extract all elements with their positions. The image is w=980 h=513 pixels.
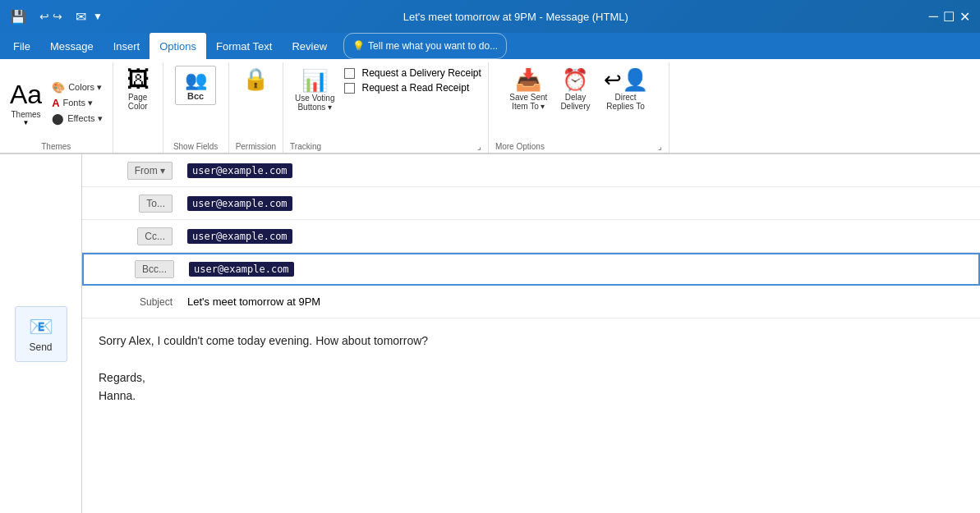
body-line-2 (99, 350, 964, 368)
cc-label-cell: Cc... (82, 227, 181, 245)
send-button[interactable]: 📧 Send (15, 306, 67, 362)
from-row: From ▾ user@example.com (82, 154, 980, 187)
fields-panel: From ▾ user@example.com To... user@examp… (82, 154, 980, 513)
ribbon-group-tracking: 📊 Use VotingButtons ▾ Request a Delivery… (283, 62, 489, 153)
ribbon-group-permission: 🔒 Permission (229, 62, 283, 153)
themes-label: Themes (12, 110, 41, 119)
lightbulb-icon: 💡 (352, 40, 365, 52)
menu-options[interactable]: Options (150, 33, 206, 59)
read-receipt-checkbox[interactable] (344, 83, 355, 94)
from-value[interactable]: user@example.com (187, 163, 292, 178)
from-label: From ▾ (135, 165, 165, 176)
tell-me-input[interactable]: 💡 Tell me what you want to do... (343, 33, 507, 59)
colors-button[interactable]: 🎨 Colors ▾ (48, 80, 105, 95)
fonts-label: Fonts ▾ (63, 98, 94, 108)
ribbon-group-more-options: 📥 Save SentItem To ▾ ⏰ DelayDelivery ↩👤 … (489, 62, 669, 153)
minimize-icon[interactable]: ─ (929, 9, 938, 24)
to-value[interactable]: user@example.com (187, 196, 292, 211)
voting-label: Use VotingButtons ▾ (295, 94, 334, 112)
save-sent-button[interactable]: 📥 Save SentItem To ▾ (504, 66, 552, 112)
tracking-dialog-launcher[interactable]: ⌟ (477, 142, 481, 151)
voting-icon: 📊 (301, 68, 328, 94)
delivery-receipt-label: Request a Delivery Receipt (361, 67, 481, 79)
tracking-group-label: Tracking (290, 140, 321, 153)
title-bar: 💾 ↩ ↪ ✉ ▼ Let's meet tomorrow at 9PM - M… (0, 0, 980, 33)
themes-dropdown-arrow: ▼ (23, 119, 30, 126)
close-icon[interactable]: ✕ (959, 9, 970, 25)
from-button[interactable]: From ▾ (127, 162, 173, 180)
menu-message[interactable]: Message (40, 33, 104, 59)
menu-format-text[interactable]: Format Text (206, 33, 282, 59)
permission-group-label: Permission (236, 140, 276, 153)
page-color-button[interactable]: 🖼 PageColor (120, 66, 156, 113)
save-sent-label: Save SentItem To ▾ (509, 93, 547, 111)
send-receive-icon[interactable]: ✉ (76, 9, 86, 25)
menu-review[interactable]: Review (282, 33, 337, 59)
themes-group-label: Themes (41, 140, 71, 153)
bcc-value[interactable]: user@example.com (189, 262, 294, 277)
bcc-label: Bcc (187, 91, 204, 101)
delivery-receipt-row: Request a Delivery Receipt (344, 67, 481, 79)
bcc-row: Bcc... user@example.com (82, 253, 980, 286)
page-color-icon: 🖼 (127, 68, 150, 91)
bcc-field-label: Bcc... (142, 263, 167, 275)
read-receipt-label: Request a Read Receipt (361, 82, 469, 94)
bcc-label-cell: Bcc... (84, 260, 182, 278)
subject-row: Subject (82, 286, 980, 318)
from-label-cell: From ▾ (82, 162, 181, 180)
restore-icon[interactable]: ☐ (943, 9, 955, 25)
undo-icon[interactable]: ↩ (39, 10, 49, 23)
permission-button[interactable]: 🔒 (237, 66, 274, 92)
delivery-receipt-checkbox[interactable] (344, 68, 355, 79)
to-button[interactable]: To... (139, 195, 173, 213)
window-title: Let's meet tomorrow at 9PM - Message (HT… (103, 11, 929, 23)
dropdown-arrow[interactable]: ▼ (93, 11, 103, 22)
bcc-field-button[interactable]: Bcc... (135, 260, 174, 278)
ribbon: Aa Themes ▼ 🎨 Colors ▾ A Fonts ▾ ⬤ (0, 59, 980, 153)
from-value-cell: user@example.com (181, 160, 980, 181)
direct-replies-icon: ↩👤 (604, 67, 648, 93)
to-value-cell: user@example.com (181, 193, 980, 214)
ribbon-group-page-color: 🖼 PageColor (113, 62, 163, 153)
cc-value[interactable]: user@example.com (187, 229, 292, 244)
undo-redo: ↩ ↪ (39, 10, 62, 23)
themes-button[interactable]: Aa Themes ▼ (7, 78, 45, 128)
delay-delivery-button[interactable]: ⏰ DelayDelivery (555, 66, 595, 112)
direct-replies-button[interactable]: ↩👤 DirectReplies To (599, 66, 653, 112)
to-label: To... (146, 198, 165, 209)
effects-label: Effects ▾ (67, 113, 102, 124)
direct-replies-label: DirectReplies To (606, 93, 645, 111)
more-options-group-label: More Options (495, 140, 545, 153)
more-options-dialog-launcher[interactable]: ⌟ (658, 142, 662, 151)
send-panel: 📧 Send (0, 154, 82, 513)
cc-value-cell: user@example.com (181, 226, 980, 247)
use-voting-button[interactable]: 📊 Use VotingButtons ▾ (290, 66, 339, 114)
menu-file[interactable]: File (3, 33, 40, 59)
compose-wrapper: 📧 Send From ▾ user@example.com (0, 153, 980, 513)
send-label: Send (29, 341, 52, 353)
bcc-icon: 👥 (185, 70, 207, 91)
read-receipt-row: Request a Read Receipt (344, 82, 481, 94)
to-row: To... user@example.com (82, 187, 980, 220)
subject-input[interactable] (181, 291, 980, 313)
bcc-value-cell: user@example.com (182, 259, 978, 280)
fonts-button[interactable]: A Fonts ▾ (48, 95, 105, 111)
effects-icon: ⬤ (52, 112, 64, 125)
save-icon[interactable]: 💾 (10, 9, 26, 25)
bcc-button[interactable]: 👥 Bcc (175, 66, 216, 105)
window-action-buttons: ─ ☐ ✕ (929, 9, 970, 25)
window-controls: 💾 ↩ ↪ ✉ ▼ (10, 9, 103, 25)
effects-button[interactable]: ⬤ Effects ▾ (48, 111, 105, 126)
permission-icon: 🔒 (242, 68, 269, 89)
cc-label: Cc... (145, 231, 165, 242)
colors-label: Colors ▾ (68, 82, 102, 93)
tracking-checkboxes: Request a Delivery Receipt Request a Rea… (344, 66, 481, 95)
menu-insert[interactable]: Insert (104, 33, 150, 59)
cc-row: Cc... user@example.com (82, 220, 980, 253)
delay-delivery-label: DelayDelivery (560, 93, 590, 111)
cc-button[interactable]: Cc... (137, 227, 173, 245)
to-label-cell: To... (82, 195, 181, 213)
send-icon: 📧 (29, 315, 53, 338)
body-area[interactable]: Sorry Alex, I couldn't come today evenin… (82, 318, 980, 419)
redo-icon[interactable]: ↪ (53, 10, 62, 23)
